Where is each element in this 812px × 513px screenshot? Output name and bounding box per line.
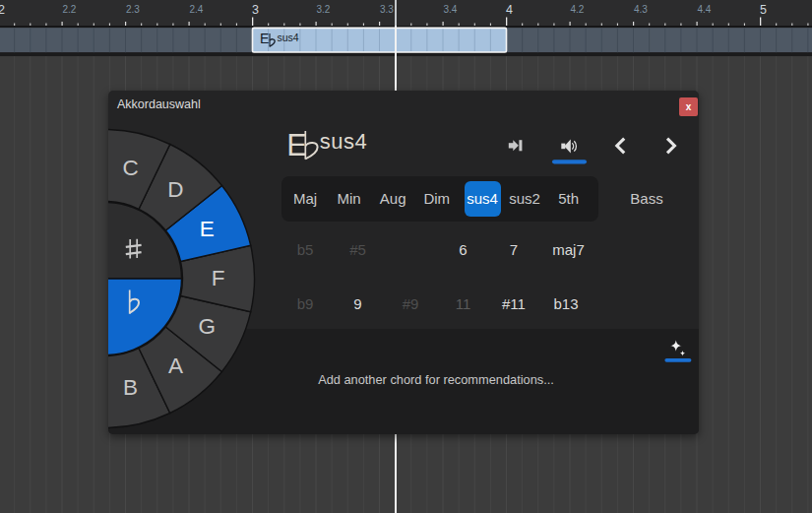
svg-text:3: 3 [252,3,259,17]
svg-text:3.3: 3.3 [380,4,394,15]
svg-text:4.3: 4.3 [634,4,648,15]
svg-text:2.2: 2.2 [63,4,77,15]
svg-text:3.4: 3.4 [444,4,458,15]
svg-text:2.4: 2.4 [190,4,204,15]
svg-text:2: 2 [0,3,5,17]
svg-text:4: 4 [506,3,513,17]
svg-text:4.2: 4.2 [571,4,585,15]
svg-text:2.3: 2.3 [126,4,140,15]
svg-text:5: 5 [760,3,767,17]
svg-text:3.2: 3.2 [317,4,331,15]
svg-text:4.4: 4.4 [698,4,712,15]
